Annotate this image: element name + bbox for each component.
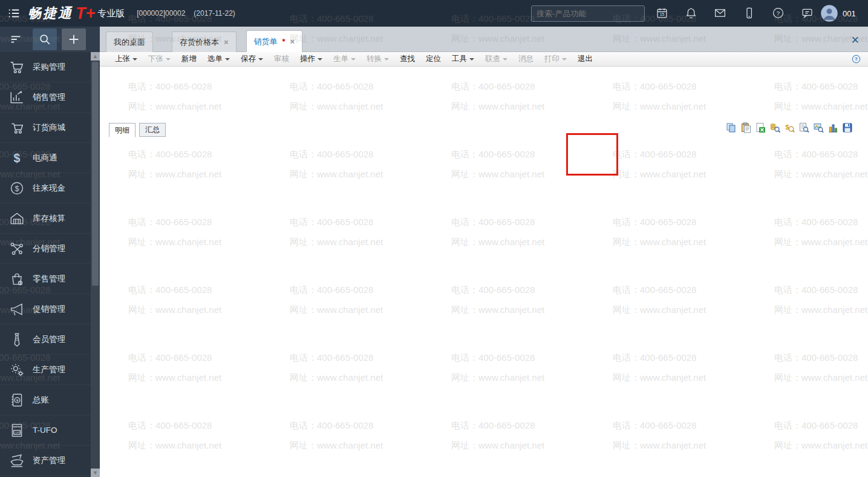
help-icon[interactable]: ? <box>852 54 861 64</box>
chart-icon <box>827 122 838 133</box>
grid-tool-chart[interactable] <box>827 122 838 133</box>
feedback-icon[interactable] <box>801 7 814 19</box>
sidebar-item-13[interactable]: T-UFOT-UFO <box>0 415 91 446</box>
toolbar-退出[interactable]: 退出 <box>572 54 598 64</box>
cash-icon: $ <box>9 180 25 196</box>
toolbar-保存[interactable]: 保存 <box>235 54 269 64</box>
copy-icon <box>726 122 737 133</box>
toolbar-选单[interactable]: 选单 <box>202 54 235 64</box>
sidebar-item-8[interactable]: $零售管理 <box>0 264 91 294</box>
grid-tab-明细[interactable]: 明细 <box>109 123 135 137</box>
toolbar-打印: 打印 <box>539 54 572 64</box>
sidebar-item-14[interactable]: 资产管理 <box>0 446 91 476</box>
help-icon[interactable]: ? <box>772 7 785 19</box>
toolbar-查找[interactable]: 查找 <box>394 54 420 64</box>
sidebar-item-1[interactable]: 采购管理 <box>0 52 91 82</box>
svg-text:T-UFO: T-UFO <box>13 430 22 433</box>
toolbar-button-label: 下张 <box>148 54 163 64</box>
chevron-down-icon <box>166 58 171 61</box>
svg-text:$: $ <box>14 151 21 164</box>
sidebar-scroll-up-icon[interactable]: ▲ <box>91 52 100 61</box>
sidebar-item-label: 资产管理 <box>33 455 65 466</box>
toolbar-操作[interactable]: 操作 <box>295 54 328 64</box>
toolbar: ? 上张下张新增选单保存审核操作生单转换查找定位工具联查消息打印退出 <box>100 52 868 67</box>
sidebar-item-label: 零售管理 <box>33 274 65 285</box>
nav-button-search-nav[interactable] <box>33 28 57 50</box>
avatar[interactable] <box>820 4 838 22</box>
export-excel-icon <box>755 122 766 133</box>
toolbar-button-label: 查找 <box>400 54 415 64</box>
chevron-down-icon <box>351 58 356 61</box>
toolbar-审核: 审核 <box>269 54 295 64</box>
grid-tool-save[interactable] <box>842 122 853 133</box>
sidebar-item-3[interactable]: 订货商城 <box>0 113 91 143</box>
mail-icon[interactable] <box>714 7 726 19</box>
asset-icon <box>9 453 25 469</box>
member-icon <box>9 332 25 347</box>
svg-text:$: $ <box>19 281 21 285</box>
tab-close-icon[interactable]: × <box>290 37 295 46</box>
svg-text:15: 15 <box>660 12 665 16</box>
sidebar-item-5[interactable]: $往来现金 <box>0 173 91 203</box>
hamburger-icon[interactable] <box>6 7 22 20</box>
toolbar-button-label: 转换 <box>367 54 382 64</box>
toolbar-生单: 生单 <box>328 54 361 64</box>
sidebar-scroll-down-icon[interactable]: ▼ <box>91 469 100 477</box>
sidebar-scroll-thumb[interactable] <box>92 62 99 286</box>
paste-icon <box>740 122 751 133</box>
bell-icon[interactable] <box>685 7 697 19</box>
toolbar-定位[interactable]: 定位 <box>420 54 446 64</box>
svg-text:?: ? <box>855 56 858 62</box>
tab-strip: ✕ 我的桌面存货价格本×销货单*× <box>100 27 868 52</box>
toolbar-上张[interactable]: 上张 <box>109 54 143 64</box>
sidebar-item-label: 总账 <box>33 395 49 406</box>
toolbar-button-label: 选单 <box>207 54 223 64</box>
sidebar-item-11[interactable]: 生产管理 <box>0 355 91 385</box>
grid-tool-paste[interactable] <box>740 122 751 133</box>
price-search-icon <box>769 122 780 133</box>
mobile-icon[interactable] <box>743 7 755 19</box>
grid-tool-copy[interactable] <box>726 122 737 133</box>
sidebar-item-7[interactable]: 分销管理 <box>0 234 91 264</box>
toolbar-新增[interactable]: 新增 <box>176 54 202 64</box>
chevron-down-icon <box>469 58 474 61</box>
grid-tab-label: 明细 <box>115 125 129 136</box>
toolbar-工具[interactable]: 工具 <box>446 54 480 64</box>
brand-logo: 畅捷通 <box>28 4 73 22</box>
toolbar-button-label: 保存 <box>241 54 256 64</box>
toolbar-button-label: 审核 <box>274 54 289 64</box>
grid-tool-doc-search[interactable] <box>798 122 809 133</box>
tab-1[interactable]: 我的桌面 <box>106 31 153 52</box>
grid-tab-汇总[interactable]: 汇总 <box>139 123 166 137</box>
search-input[interactable] <box>532 9 648 18</box>
sidebar-item-10[interactable]: 会员管理 <box>0 324 91 355</box>
toolbar-消息: 消息 <box>513 54 539 64</box>
sidebar-item-label: 采购管理 <box>33 62 65 73</box>
toolbar-button-label: 生单 <box>333 54 348 64</box>
sidebar-scrollbar[interactable]: ▲ ▼ <box>91 52 100 477</box>
sidebar-item-9[interactable]: 促销管理 <box>0 294 91 324</box>
sidebar-item-label: 库存核算 <box>33 213 65 224</box>
chevron-down-icon <box>132 58 137 61</box>
sidebar-item-label: 生产管理 <box>33 364 65 375</box>
grid-tool-export-excel[interactable] <box>755 122 766 133</box>
grid-icon-bar: $ <box>726 122 853 134</box>
grid-tool-price-search[interactable] <box>769 122 780 133</box>
add-nav-icon <box>67 33 80 46</box>
sidebar-item-12[interactable]: ¥总账 <box>0 385 91 415</box>
sidebar-item-6[interactable]: 库存核算 <box>0 203 91 234</box>
close-window-icon[interactable]: ✕ <box>851 34 860 47</box>
nav-button-collapse-menu[interactable] <box>4 28 28 50</box>
sidebar-item-label: 往来现金 <box>33 183 65 194</box>
calendar-icon[interactable]: 15 <box>656 7 668 19</box>
grid-tool-image-search[interactable] <box>813 122 824 133</box>
sidebar-item-4[interactable]: $电商通 <box>0 143 91 173</box>
user-id: 001 <box>843 9 856 18</box>
tab-close-icon[interactable]: × <box>224 38 229 47</box>
grid-tool-money-search[interactable]: $ <box>784 122 795 133</box>
nav-button-add-nav[interactable] <box>62 28 86 50</box>
tab-3[interactable]: 销货单*× <box>246 30 303 52</box>
tab-2[interactable]: 存货价格本× <box>172 31 237 52</box>
doc-search-icon <box>798 122 809 133</box>
sidebar-item-2[interactable]: 销售管理 <box>0 82 91 113</box>
